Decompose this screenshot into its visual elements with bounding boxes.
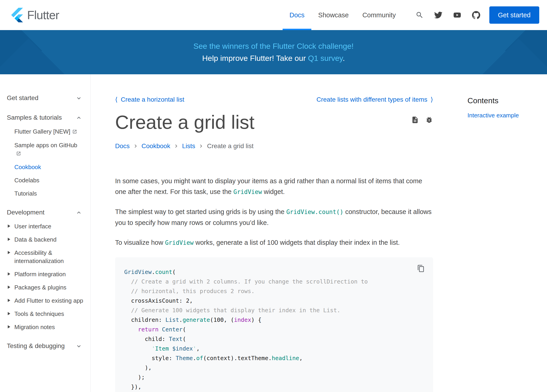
toc-link-interactive-example[interactable]: Interactive example [467, 112, 519, 119]
sidebar-item-label: Tutorials [14, 190, 37, 197]
sidebar-item-data-backend[interactable]: Data & backend [0, 233, 90, 246]
code-line: crossAxisCount: 2, [124, 296, 424, 306]
sidebar-item-add-flutter-to-existing-app[interactable]: Add Flutter to existing app [0, 294, 90, 307]
sidebar-item-user-interface[interactable]: User interface [0, 220, 90, 233]
article-body: In some cases, you might want to display… [115, 176, 433, 248]
sidebar-item-accessibility-internationalization[interactable]: Accessibility & internationalization [0, 246, 90, 268]
triangle-right-icon [8, 225, 10, 228]
code-token: generate [183, 316, 210, 323]
nav-item-showcase[interactable]: Showcase [311, 0, 356, 30]
code-line: // Create a grid with 2 columns. If you … [124, 277, 424, 287]
triangle-right-icon [8, 286, 10, 289]
code-token: ); [124, 374, 145, 381]
code-token: Item [155, 345, 172, 352]
sidebar-item-tools-techniques[interactable]: Tools & techniques [0, 307, 90, 320]
next-page-label: Create lists with different types of ite… [316, 96, 427, 103]
breadcrumb-create-a-grid-list: Create a grid list [207, 142, 253, 150]
code-token: ' [151, 345, 155, 352]
page: Flutter DocsShowcaseCommunity Get starte… [0, 0, 547, 392]
external-link-icon [16, 150, 21, 158]
sidebar-item-codelabs[interactable]: Codelabs [0, 174, 90, 187]
code-token: Theme [176, 355, 193, 361]
clock-challenge-link[interactable]: See the winners of the Flutter Clock cha… [193, 42, 354, 51]
code-token: children: [124, 316, 165, 323]
bug-icon[interactable] [425, 116, 433, 124]
paragraph: In some cases, you might want to display… [115, 176, 433, 197]
paragraph-text: The simplest way to get started using gr… [115, 208, 286, 215]
sidebar-item-label: Tools & techniques [14, 310, 64, 318]
code-token: ( [172, 269, 176, 275]
code-line: ); [124, 373, 424, 382]
code-token [124, 345, 151, 352]
sidebar-section: Samples & tutorialsFlutter Gallery [NEW]… [0, 110, 90, 200]
code-token: . [179, 316, 183, 323]
code-token [159, 326, 162, 333]
sidebar-item-sample-apps-on-github[interactable]: Sample apps on GitHub [0, 138, 90, 160]
code-line: return Center( [124, 325, 424, 334]
flutter-home-link[interactable]: Flutter [11, 8, 59, 22]
code-token: headline [272, 355, 299, 361]
get-started-button[interactable]: Get started [489, 6, 539, 24]
prev-page-link[interactable]: ⟨ Create a horizontal list [115, 96, 185, 103]
chevron-up-icon [75, 114, 82, 121]
sidebar-section-get-started[interactable]: Get started [0, 91, 90, 105]
breadcrumb-cookbook[interactable]: Cookbook [142, 142, 170, 150]
twitter-icon[interactable] [434, 11, 442, 19]
code-token: // horizontal, this produces 2 rows. [124, 288, 255, 295]
breadcrumb-lists[interactable]: Lists [182, 142, 195, 150]
nav-item-community[interactable]: Community [356, 0, 403, 30]
copy-button[interactable] [417, 265, 425, 272]
youtube-icon[interactable] [453, 11, 462, 19]
q1-survey-link[interactable]: Q1 survey [308, 54, 342, 62]
sidebar-item-platform-integration[interactable]: Platform integration [0, 268, 90, 281]
code-token: }), [124, 384, 141, 390]
sidebar-item-label: Add Flutter to existing app [14, 296, 83, 305]
code-line: }), [124, 382, 424, 392]
sidebar-section-samples-tutorials[interactable]: Samples & tutorials [0, 110, 90, 125]
code-content: GridView.count( // Create a grid with 2 … [124, 267, 424, 392]
code-token: count [155, 269, 172, 275]
code-token: ), [124, 364, 151, 371]
sidebar-section-testing-debugging[interactable]: Testing & debugging [0, 339, 90, 353]
chevron-right-icon [132, 143, 139, 149]
chevron-right-icon [173, 143, 179, 149]
paragraph-text: widget. [262, 188, 285, 195]
header-icons [416, 11, 480, 19]
triangle-right-icon [8, 312, 10, 315]
sidebar-item-cookbook[interactable]: Cookbook [0, 160, 90, 174]
code-token: // Generate 100 widgets that display the… [124, 307, 340, 314]
code-line: style: Theme.of(context).textTheme.headl… [124, 353, 424, 363]
nav-item-docs[interactable]: Docs [283, 0, 311, 30]
search-icon[interactable] [416, 11, 424, 19]
breadcrumb: DocsCookbookListsCreate a grid list [115, 142, 433, 150]
sidebar-item-label: Packages & plugins [14, 283, 66, 291]
contents-panel: Contents Interactive example [467, 74, 519, 392]
code-token: style: [124, 355, 176, 361]
code-line: // horizontal, this produces 2 rows. [124, 287, 424, 296]
code-token: ' [193, 345, 196, 352]
code-token: ( [183, 326, 186, 333]
sidebar-item-packages-plugins[interactable]: Packages & plugins [0, 281, 90, 294]
code-token: index [234, 316, 251, 323]
next-page-link[interactable]: Create lists with different types of ite… [316, 96, 433, 103]
page-title: Create a grid list [115, 111, 255, 133]
document-icon[interactable] [411, 116, 419, 124]
survey-line-period: . [343, 54, 345, 62]
prev-page-label: Create a horizontal list [121, 96, 185, 103]
page-navigation: ⟨ Create a horizontal list Create lists … [115, 96, 433, 103]
sidebar-item-tutorials[interactable]: Tutorials [0, 187, 90, 200]
sidebar-item-label: Platform integration [14, 270, 66, 278]
github-icon[interactable] [472, 11, 480, 19]
sidebar-item-label: Codelabs [14, 177, 39, 184]
sidebar-section: Testing & debugging [0, 339, 90, 353]
inline-code: GridView [233, 188, 262, 195]
copy-icon [417, 265, 425, 272]
sidebar-item-label: Data & backend [14, 235, 56, 244]
sidebar-item-migration-notes[interactable]: Migration notes [0, 320, 90, 334]
main-content: ⟨ Create a horizontal list Create lists … [115, 74, 433, 392]
sidebar-section-development[interactable]: Development [0, 205, 90, 220]
breadcrumb-docs[interactable]: Docs [115, 142, 130, 150]
sidebar-section-label: Development [7, 209, 44, 216]
sidebar-section-label: Testing & debugging [7, 342, 65, 350]
sidebar-item-flutter-gallery-new[interactable]: Flutter Gallery [NEW] [0, 125, 90, 138]
